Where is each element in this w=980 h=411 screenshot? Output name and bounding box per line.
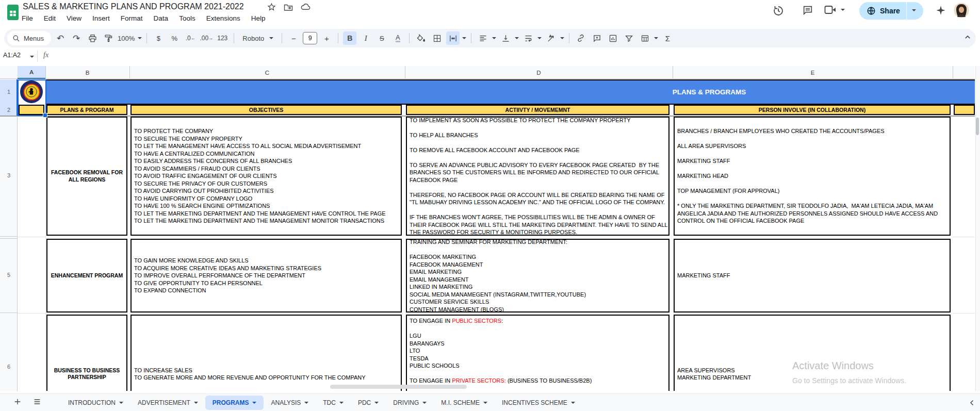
- font-size-input[interactable]: 9: [303, 32, 317, 44]
- cell-f2[interactable]: [954, 105, 975, 115]
- undo-button[interactable]: ↶: [54, 31, 67, 45]
- format-currency-button[interactable]: $: [152, 31, 165, 45]
- gemini-sparkle-icon[interactable]: [935, 5, 946, 16]
- cell-e3-persons[interactable]: BRANCHES / BRANCH EMPLOYEES WHO CREATED …: [674, 117, 951, 236]
- cell-c6-objectives[interactable]: TO INCREASE SALES TO GENERATE MORE AND M…: [130, 315, 402, 391]
- tab-driving[interactable]: DRIVING: [386, 396, 434, 410]
- menu-insert[interactable]: Insert: [90, 13, 112, 23]
- share-dropdown-icon[interactable]: [912, 9, 916, 11]
- fill-color-button[interactable]: [414, 31, 428, 45]
- row-header-5[interactable]: 5: [0, 272, 18, 278]
- cloud-status-icon[interactable]: [301, 3, 311, 11]
- vertical-align-dropdown-icon[interactable]: [515, 37, 519, 39]
- menu-file[interactable]: File: [20, 13, 35, 23]
- video-call-button[interactable]: [824, 5, 845, 14]
- paint-format-button[interactable]: [102, 31, 115, 45]
- cell-c3-objectives[interactable]: TO PROTECT THE COMPANY TO SECURE THE COM…: [130, 117, 402, 236]
- column-header-b[interactable]: B: [45, 66, 129, 79]
- bold-button[interactable]: B: [343, 31, 356, 45]
- row-header-3[interactable]: 3: [0, 172, 18, 178]
- redo-button[interactable]: ↷: [70, 31, 83, 45]
- menu-view[interactable]: View: [64, 13, 84, 23]
- column-header-c[interactable]: C: [129, 66, 405, 79]
- vertical-scrollbar-track[interactable]: [975, 66, 980, 391]
- insert-comment-button[interactable]: [590, 31, 603, 45]
- decrease-decimal-button[interactable]: .0←: [184, 31, 197, 45]
- horizontal-align-button[interactable]: [476, 31, 489, 45]
- tab-programs[interactable]: PROGRAMS: [205, 396, 264, 410]
- cell-b5-program[interactable]: ENHANCEMENT PROGRAM: [46, 239, 127, 313]
- selection-fill-handle[interactable]: [43, 113, 47, 118]
- menu-data[interactable]: Data: [152, 13, 171, 23]
- cell-b6-program[interactable]: BUSINESS TO BUSINESS PARTNERSHIP: [46, 315, 127, 391]
- text-rotation-button[interactable]: [544, 31, 558, 45]
- italic-button[interactable]: I: [359, 31, 372, 45]
- merge-dropdown-icon[interactable]: [462, 37, 466, 39]
- menu-tools[interactable]: Tools: [177, 13, 198, 23]
- document-title[interactable]: SALES & MARKETING PLANS AND PROGRAM 2021…: [23, 2, 244, 11]
- tab-tdc[interactable]: TDC: [316, 396, 351, 410]
- tab-analysis[interactable]: ANALYSIS: [264, 396, 316, 410]
- menu-help[interactable]: Help: [249, 13, 268, 23]
- decrease-font-size-button[interactable]: −: [287, 31, 300, 45]
- star-icon[interactable]: [267, 3, 276, 11]
- vertical-scrollbar-thumb[interactable]: [976, 118, 979, 135]
- add-sheet-icon[interactable]: [13, 398, 22, 406]
- side-panel-toggle-icon[interactable]: [968, 398, 977, 407]
- increase-font-size-button[interactable]: +: [320, 31, 333, 45]
- cell-d5-activity[interactable]: TRAINING AND SEMINAR FOR MARKETING DEPAR…: [406, 239, 669, 313]
- menu-extensions[interactable]: Extensions: [204, 13, 242, 23]
- sheets-logo-icon[interactable]: [6, 4, 20, 22]
- cell-c5-objectives[interactable]: TO GAIN MORE KNOWLEDGE AND SKILLS TO ACQ…: [130, 239, 402, 313]
- functions-button[interactable]: Σ: [661, 31, 674, 45]
- cell-b3-program[interactable]: FACEBOOK REMOVAL FOR ALL REGIONS: [46, 117, 127, 236]
- column-header-a[interactable]: A: [18, 66, 45, 79]
- strikethrough-button[interactable]: S: [375, 31, 388, 45]
- name-box-dropdown-icon[interactable]: [30, 56, 34, 58]
- cell-d6-activity[interactable]: TO ENGAGE IN PUBLIC SECTORS: LGU BARANGA…: [406, 315, 669, 391]
- cell-b2-plans-program-header[interactable]: PLANS & PROGRAM: [46, 105, 127, 115]
- menu-edit[interactable]: Edit: [42, 13, 58, 23]
- tab-pdc[interactable]: PDC: [351, 396, 386, 410]
- cell-e5-persons[interactable]: MARKETING STAFF: [674, 239, 951, 313]
- version-history-icon[interactable]: [772, 4, 785, 17]
- tab-incentives-scheme[interactable]: INCENTIVES SCHEME: [495, 396, 582, 410]
- horizontal-scrollbar[interactable]: [330, 385, 467, 389]
- row-header-2[interactable]: 2: [0, 107, 18, 113]
- column-header-d[interactable]: D: [405, 66, 673, 79]
- increase-decimal-button[interactable]: .00→: [200, 31, 213, 45]
- horizontal-align-dropdown-icon[interactable]: [492, 37, 496, 39]
- format-percent-button[interactable]: %: [168, 31, 181, 45]
- cell-c2-objectives-header[interactable]: OBJECTIVES: [130, 105, 402, 115]
- zoom-control[interactable]: 100%: [118, 31, 142, 45]
- merge-cells-button[interactable]: [446, 31, 460, 45]
- borders-button[interactable]: [430, 31, 444, 45]
- row-header-1[interactable]: 1: [0, 89, 18, 95]
- vertical-align-button[interactable]: [499, 31, 512, 45]
- row-header-6[interactable]: 6: [0, 364, 18, 370]
- text-wrap-button[interactable]: [521, 31, 535, 45]
- print-button[interactable]: [86, 31, 99, 45]
- cell-banner-row1[interactable]: [45, 79, 975, 105]
- cell-d3-activity[interactable]: TO IMPLEMENT AS SOON AS POSSIBLE TO PROT…: [406, 117, 669, 236]
- create-filter-button[interactable]: [622, 31, 635, 45]
- move-folder-icon[interactable]: [284, 3, 293, 11]
- insert-link-button[interactable]: [574, 31, 587, 45]
- tab-advertisement[interactable]: ADVERTISEMENT: [130, 396, 205, 410]
- tab-introduction[interactable]: INTRODUCTION: [61, 396, 130, 410]
- text-wrap-dropdown-icon[interactable]: [537, 37, 542, 39]
- name-box[interactable]: A1:A2: [3, 52, 28, 59]
- table-tools-button[interactable]: [638, 31, 651, 45]
- text-color-button[interactable]: A: [396, 35, 400, 42]
- text-rotation-dropdown-icon[interactable]: [560, 37, 564, 39]
- comment-history-icon[interactable]: [802, 5, 813, 16]
- account-avatar[interactable]: [954, 3, 969, 18]
- tab-mi-scheme[interactable]: M.I. SCHEME: [434, 396, 495, 410]
- number-format-button[interactable]: 123: [216, 31, 229, 45]
- cell-d2-activity-header[interactable]: ACTIIVTY / MOVEMEMNT: [406, 105, 669, 115]
- insert-chart-button[interactable]: [606, 31, 619, 45]
- all-sheets-icon[interactable]: [33, 398, 41, 406]
- menus-search-button[interactable]: Menus: [7, 31, 51, 45]
- cell-e2-persons-header[interactable]: PERSON INVOLVE (IN COLLABORATION): [674, 105, 951, 115]
- menu-format[interactable]: Format: [119, 13, 145, 23]
